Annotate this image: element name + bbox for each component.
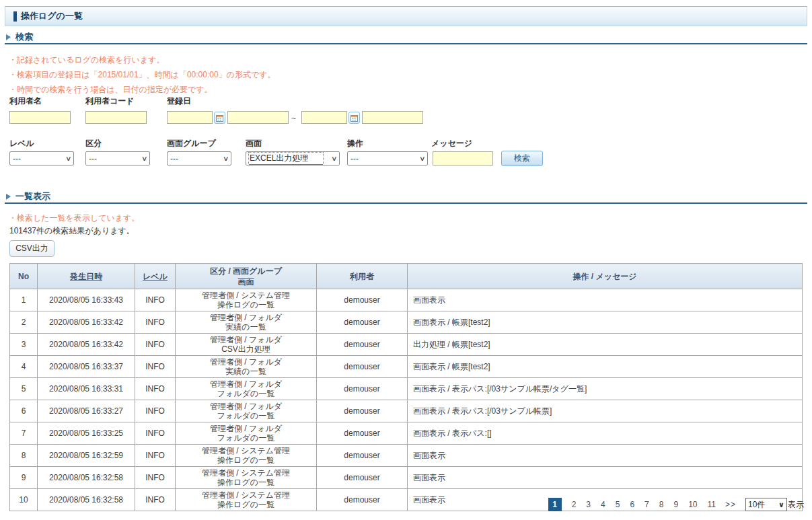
cell-no: 8 [10,445,38,467]
user-name-input[interactable] [9,111,71,124]
pagination: 1 234567891011 >> 10件 ∨ 表示 [548,497,804,512]
screen-group-select[interactable]: --- ∨ [167,151,231,165]
operation-label: 操作 [347,138,363,149]
cell-category-line1: 管理者側 / フォルダ [210,424,282,433]
list-section-title: 一覧表示 [15,190,50,202]
cell-message: 画面表示 [408,445,803,467]
chevron-down-icon: ∨ [65,155,72,162]
cell-datetime: 2020/08/05 16:33:37 [38,356,135,378]
cell-no: 2 [10,311,38,334]
page-title: 操作ログの一覧 [21,10,83,22]
page-link[interactable]: 7 [644,500,649,509]
cell-user: demouser [317,445,408,467]
per-page-select[interactable]: 10件 ∨ [745,498,787,511]
col-header-operation: 操作 / メッセージ [408,264,803,289]
sort-level-link[interactable]: レベル [143,272,168,281]
page-link[interactable]: 11 [708,500,716,509]
level-select[interactable]: --- ∨ [9,151,74,165]
date-to-input[interactable] [301,111,347,124]
page-current[interactable]: 1 [548,498,562,511]
cell-category-line1: 管理者側 / システム管理 [202,490,290,500]
cell-category-line2: フォルダの一覧 [217,433,274,443]
operation-select-value: --- [350,154,359,163]
kubun-label: 区分 [85,138,102,149]
table-row: 8 2020/08/05 16:32:59 INFO 管理者側 / システム管理… [10,445,803,467]
section-arrow-icon [6,34,11,40]
sort-datetime-link[interactable]: 発生日時 [70,272,102,281]
message-input[interactable] [433,151,493,165]
cell-category-line1: 管理者側 / フォルダ [210,379,282,389]
user-code-input[interactable] [85,111,147,124]
col-header-datetime[interactable]: 発生日時 [38,264,135,289]
kubun-select[interactable]: --- ∨ [85,151,150,165]
cell-message: 画面表示 [408,289,803,311]
cell-message: 画面表示 / 表示パス:[/03サンプル帳票] [408,400,803,422]
cell-user: demouser [317,378,408,400]
cell-datetime: 2020/08/05 16:33:42 [38,311,135,334]
csv-export-button[interactable]: CSV出力 [9,240,54,257]
cell-level: INFO [135,422,176,445]
time-to-input[interactable] [362,111,423,124]
cell-category-line2: 操作ログの一覧 [217,300,274,309]
table-row: 2 2020/08/05 16:33:42 INFO 管理者側 / フォルダ 実… [10,311,803,334]
date-from-calendar-button[interactable] [214,112,225,124]
chevron-down-icon: ∨ [419,155,426,162]
page-link[interactable]: 3 [586,500,591,509]
col-header-category-line2: 画面 [238,277,254,287]
table-row: 5 2020/08/05 16:33:31 INFO 管理者側 / フォルダ フ… [10,378,803,400]
page-link[interactable]: 10 [688,500,697,509]
cell-datetime: 2020/08/05 16:33:42 [38,334,135,356]
time-from-input[interactable] [227,111,289,124]
level-select-value: --- [13,154,21,163]
cell-message: 画面表示 / 表示パス:[/03サンプル帳票/タグ一覧] [408,378,803,400]
page-link[interactable]: 5 [616,500,620,509]
cell-category-line1: 管理者側 / システム管理 [202,291,290,300]
search-note: ・時間での検索を行う場合は、日付の指定が必要です。 [9,82,275,97]
table-row: 4 2020/08/05 16:33:37 INFO 管理者側 / フォルダ 実… [10,356,803,378]
cell-category: 管理者側 / フォルダ フォルダの一覧 [176,422,317,445]
table-row: 1 2020/08/05 16:33:43 INFO 管理者側 / システム管理… [10,289,803,311]
cell-category-line1: 管理者側 / フォルダ [210,313,282,322]
cell-category: 管理者側 / フォルダ 実績の一覧 [176,356,317,378]
page-next-link[interactable]: >> [725,500,736,509]
cell-no: 4 [10,356,38,378]
col-header-no: No [10,264,38,289]
cell-user: demouser [317,311,408,334]
operation-select[interactable]: --- ∨ [347,151,428,165]
page-link[interactable]: 9 [673,500,678,509]
cell-no: 3 [10,334,38,356]
cell-datetime: 2020/08/05 16:32:59 [38,445,135,467]
cell-category-line2: 操作ログの一覧 [217,455,274,465]
cell-level: INFO [135,334,176,356]
title-accent-bar-icon [13,11,17,22]
page-link[interactable]: 8 [659,500,664,509]
cell-user: demouser [317,356,408,378]
cell-category: 管理者側 / フォルダ CSV出力処理 [176,334,317,356]
cell-level: INFO [135,467,176,489]
cell-user: demouser [317,467,408,489]
per-page-value: 10件 [748,499,765,511]
screen-select[interactable]: EXCEL出力処理 ∨ [246,151,340,165]
cell-datetime: 2020/08/05 16:33:27 [38,400,135,422]
result-count: 101437件の検索結果があります。 [9,225,135,237]
screen-group-label: 画面グループ [167,138,216,149]
col-header-level[interactable]: レベル [135,264,176,289]
search-button[interactable]: 検索 [501,151,543,166]
page-link[interactable]: 4 [601,500,605,509]
cell-category-line2: 実績の一覧 [225,322,266,332]
cell-category: 管理者側 / フォルダ 実績の一覧 [176,311,317,334]
date-range-separator: ~ [291,114,296,123]
chevron-down-icon: ∨ [223,155,229,162]
date-from-input[interactable] [167,111,213,124]
search-section-title: 検索 [15,31,33,43]
page-link[interactable]: 6 [630,500,634,509]
chevron-down-icon: ∨ [141,155,148,162]
cell-datetime: 2020/08/05 16:32:58 [38,489,135,511]
date-to-calendar-button[interactable] [348,112,360,124]
cell-user: demouser [317,400,408,422]
log-table-body: 1 2020/08/05 16:33:43 INFO 管理者側 / システム管理… [10,289,803,511]
cell-user: demouser [317,422,408,445]
page-link[interactable]: 2 [572,500,577,509]
per-page-suffix: 表示 [788,499,804,511]
search-section-header: 検索 [5,31,807,44]
